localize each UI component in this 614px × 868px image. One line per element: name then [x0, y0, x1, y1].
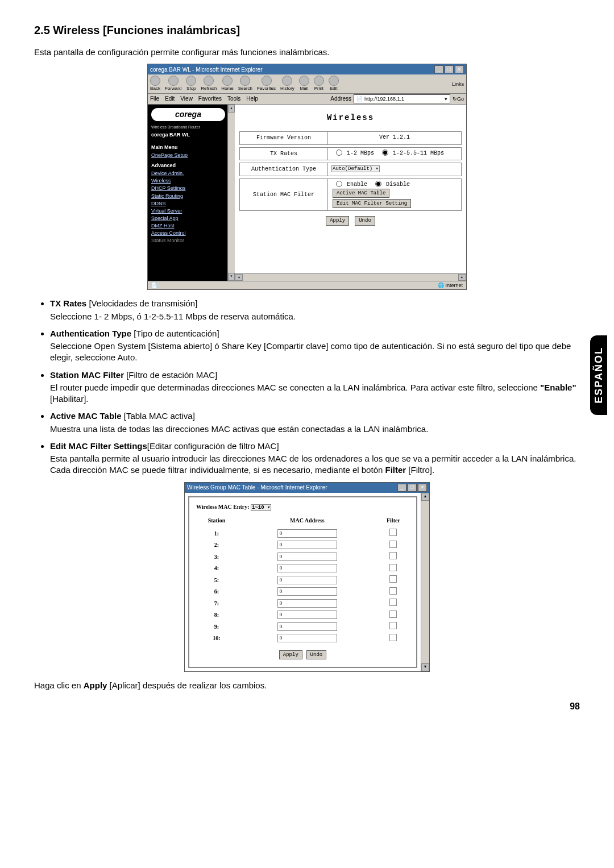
edit-label: Edit: [330, 86, 338, 92]
txrates-label: TX Rates: [240, 148, 328, 160]
ie2-scroll-down-icon[interactable]: ▾: [421, 663, 429, 671]
mac-input[interactable]: 0: [277, 634, 337, 642]
trans-txrates: [Velocidades de transmisión]: [89, 298, 197, 308]
history-button[interactable]: History: [280, 76, 294, 92]
sidebar-item-deviceadmin[interactable]: Device Admin.: [151, 170, 225, 177]
macfilter-label: Station MAC Filter: [240, 179, 328, 211]
menu-edit[interactable]: Edit: [165, 95, 175, 103]
apply-button[interactable]: Apply: [326, 216, 349, 225]
ie2-scrollbar[interactable]: ▴ ▾: [421, 493, 429, 672]
mac-input[interactable]: 0: [277, 587, 337, 596]
term-authtype: Authentication Type: [50, 329, 131, 338]
row-authtype: Authentication Type Auto(Default) ▾: [239, 163, 462, 176]
auth-select[interactable]: Auto(Default) ▾: [331, 165, 380, 172]
ie2-close-button[interactable]: ×: [418, 484, 427, 492]
macfilter-radio-disable[interactable]: [375, 181, 381, 187]
bullet-authtype: Authentication Type [Tipo de autenticaci…: [50, 328, 580, 364]
stop-button[interactable]: Stop: [186, 76, 196, 92]
forward-button[interactable]: Forward: [165, 76, 181, 92]
edit-mac-filter-button[interactable]: Edit MAC Filter Setting: [333, 199, 411, 208]
menu-file[interactable]: File: [150, 95, 159, 103]
mac-input[interactable]: 0: [277, 576, 337, 584]
text-activemac: Muestra una lista de todas las direccion…: [50, 423, 580, 435]
sidebar-item-dmzhost[interactable]: DMZ Host: [151, 222, 225, 229]
sidebar-item-staticrouting[interactable]: Static Routing: [151, 193, 225, 200]
mac-input[interactable]: 0: [277, 553, 337, 561]
scroll-down-icon[interactable]: ▾: [228, 273, 235, 281]
ie2-maximize-button[interactable]: □: [408, 484, 417, 492]
sidebar-item-wireless[interactable]: Wireless: [151, 177, 225, 184]
filter-checkbox[interactable]: [389, 622, 397, 629]
macfilter-radio-enable[interactable]: [336, 181, 342, 187]
ie2-minimize-button[interactable]: _: [397, 484, 406, 492]
filter-checkbox[interactable]: [389, 564, 397, 571]
links-label[interactable]: Links: [452, 81, 464, 88]
ie-statusbar: 📄 🌐 Internet: [148, 281, 466, 289]
favorites-icon: [262, 76, 272, 86]
mail-button[interactable]: Mail: [299, 76, 309, 92]
menu-help[interactable]: Help: [246, 95, 258, 103]
scroll-right-icon[interactable]: ▸: [458, 274, 466, 281]
term-macfilter: Station MAC Filter: [50, 370, 124, 380]
mac-input[interactable]: 0: [277, 610, 337, 619]
active-mac-table-button[interactable]: Active MAC Table: [333, 189, 389, 198]
print-button[interactable]: Print: [314, 76, 324, 92]
mac-input[interactable]: 0: [277, 622, 337, 631]
filter-checkbox[interactable]: [389, 541, 397, 548]
home-button[interactable]: Home: [221, 76, 233, 92]
sidebar-item-statusmonitor[interactable]: Status Monitor: [151, 237, 225, 244]
chevron-down-icon[interactable]: ▾: [445, 95, 447, 102]
mac-table-row: 2:0: [196, 539, 409, 551]
mac-entry-select[interactable]: 1~10 ▾: [251, 504, 271, 511]
sidebar-item-specialapp[interactable]: Special App: [151, 215, 225, 222]
txrates-radio-1-2[interactable]: [336, 149, 342, 156]
mac-input[interactable]: 0: [277, 541, 337, 549]
filter-checkbox[interactable]: [389, 587, 397, 595]
mac-input[interactable]: 0: [277, 564, 337, 572]
menu-favorites[interactable]: Favorites: [198, 95, 222, 103]
edit-button[interactable]: Edit: [329, 76, 339, 92]
filter-checkbox[interactable]: [389, 552, 397, 559]
mac-apply-button[interactable]: Apply: [279, 650, 302, 659]
filter-checkbox[interactable]: [389, 610, 397, 618]
filter-checkbox[interactable]: [389, 529, 397, 536]
sidebar-item-accesscontrol[interactable]: Access Control: [151, 230, 225, 236]
scroll-left-icon[interactable]: ◂: [235, 274, 243, 281]
col-station: Station: [196, 516, 237, 528]
mac-input[interactable]: 0: [277, 599, 337, 608]
back-button[interactable]: Back: [150, 76, 160, 92]
sidebar-scrollbar[interactable]: ▴ ▾: [227, 105, 235, 281]
menu-tools[interactable]: Tools: [227, 95, 240, 103]
bullet-editmac: Edit MAC Filter Settings[Editar configur…: [50, 441, 580, 476]
close-button[interactable]: ×: [455, 65, 464, 73]
history-icon: [282, 76, 292, 86]
filter-checkbox[interactable]: [389, 634, 397, 641]
ie2-scroll-up-icon[interactable]: ▴: [421, 493, 429, 501]
sidebar-item-dhcp[interactable]: DHCP Settings: [151, 185, 225, 192]
refresh-button[interactable]: Refresh: [201, 76, 217, 92]
trans-editmac: [Editar configuración de filtro MAC]: [147, 441, 279, 451]
mac-table-frame: Wireless MAC Entry: 1~10 ▾ Station MAC A…: [188, 496, 417, 668]
filter-checkbox[interactable]: [389, 599, 397, 606]
address-input[interactable]: 📄 http://192.168.1.1 ▾: [354, 94, 450, 103]
content-hscroll[interactable]: ◂ ▸: [235, 273, 466, 281]
mac-input[interactable]: 0: [277, 529, 337, 538]
scroll-up-icon[interactable]: ▴: [228, 105, 235, 113]
sidebar-item-onepage[interactable]: OnePage Setup: [151, 152, 225, 159]
text-macfilter: El router puede impedir que determinadas…: [50, 382, 580, 405]
row-firmware: Firmware Version Ver 1.2.1: [239, 131, 462, 145]
menu-view[interactable]: View: [180, 95, 193, 103]
filter-checkbox[interactable]: [389, 575, 397, 583]
go-button[interactable]: ↻Go: [453, 95, 464, 102]
sidebar-item-ddns[interactable]: DDNS: [151, 200, 225, 207]
search-button[interactable]: Search: [238, 76, 252, 92]
maximize-button[interactable]: □: [445, 65, 454, 73]
mac-table-row: 7:0: [196, 597, 409, 609]
undo-button[interactable]: Undo: [355, 216, 375, 225]
favorites-button[interactable]: Favorites: [257, 76, 276, 92]
minimize-button[interactable]: _: [434, 65, 443, 73]
home-icon: [222, 76, 233, 86]
mac-undo-button[interactable]: Undo: [306, 650, 327, 659]
sidebar-item-virtualserver[interactable]: Virtual Server: [151, 207, 225, 214]
txrates-radio-1-2-5-11[interactable]: [382, 149, 388, 156]
